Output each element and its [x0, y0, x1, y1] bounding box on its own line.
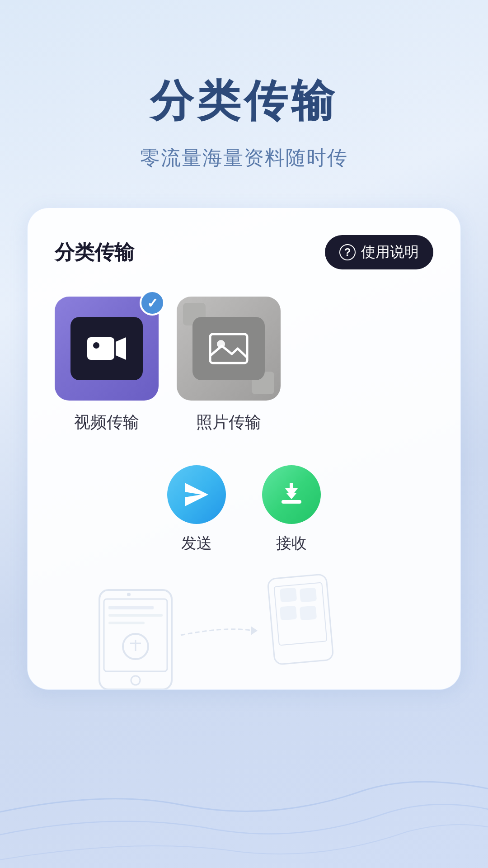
transfer-type-grid: ✓ 视频传输 — [55, 297, 433, 434]
send-icon — [182, 480, 211, 509]
photo-image-icon — [208, 332, 249, 365]
svg-rect-16 — [108, 614, 163, 617]
help-label: 使用说明 — [361, 242, 419, 262]
video-transfer-item[interactable]: ✓ 视频传输 — [55, 297, 159, 434]
iso-svg — [63, 563, 425, 689]
help-button[interactable]: ? 使用说明 — [325, 235, 433, 269]
svg-rect-25 — [300, 587, 317, 602]
svg-marker-21 — [251, 626, 258, 635]
svg-rect-12 — [104, 599, 167, 671]
send-action[interactable]: 发送 — [167, 465, 226, 554]
photo-label: 照片传输 — [196, 411, 261, 434]
receive-icon — [277, 480, 306, 509]
check-icon: ✓ — [147, 295, 158, 311]
svg-marker-5 — [185, 483, 208, 506]
card-header: 分类传输 ? 使用说明 — [55, 235, 433, 269]
svg-point-14 — [127, 593, 131, 596]
svg-rect-15 — [108, 606, 154, 609]
video-label: 视频传输 — [74, 411, 139, 434]
svg-point-2 — [93, 342, 99, 349]
svg-rect-26 — [280, 605, 297, 620]
svg-marker-1 — [116, 337, 126, 360]
photo-icon-box — [177, 297, 281, 401]
svg-rect-27 — [300, 605, 317, 620]
sub-title: 零流量海量资料随时传 — [0, 145, 488, 171]
svg-rect-0 — [87, 337, 114, 360]
video-camera-icon — [86, 333, 127, 364]
svg-marker-10 — [286, 493, 297, 499]
main-card: 分类传输 ? 使用说明 — [27, 208, 461, 690]
video-inner — [70, 317, 143, 380]
photo-inner — [192, 317, 265, 380]
svg-rect-24 — [280, 587, 297, 602]
header-section: 分类传输 零流量海量资料随时传 — [0, 0, 488, 208]
svg-rect-3 — [210, 334, 247, 363]
receive-circle — [262, 465, 321, 524]
svg-point-13 — [131, 676, 140, 685]
svg-rect-6 — [282, 500, 301, 504]
svg-rect-22 — [267, 574, 333, 665]
main-title: 分类传输 — [0, 72, 488, 131]
check-badge: ✓ — [140, 290, 165, 316]
receive-action[interactable]: 接收 — [262, 465, 321, 554]
card-title: 分类传输 — [55, 239, 134, 266]
send-circle — [167, 465, 226, 524]
photo-transfer-item[interactable]: 照片传输 — [177, 297, 281, 434]
card-wrapper: 分类传输 ? 使用说明 — [0, 208, 488, 690]
video-icon-box: ✓ — [55, 297, 159, 401]
action-row: 发送 接收 — [55, 465, 433, 554]
iso-illustration — [28, 545, 460, 689]
svg-rect-17 — [108, 622, 145, 624]
question-icon: ? — [339, 244, 356, 260]
